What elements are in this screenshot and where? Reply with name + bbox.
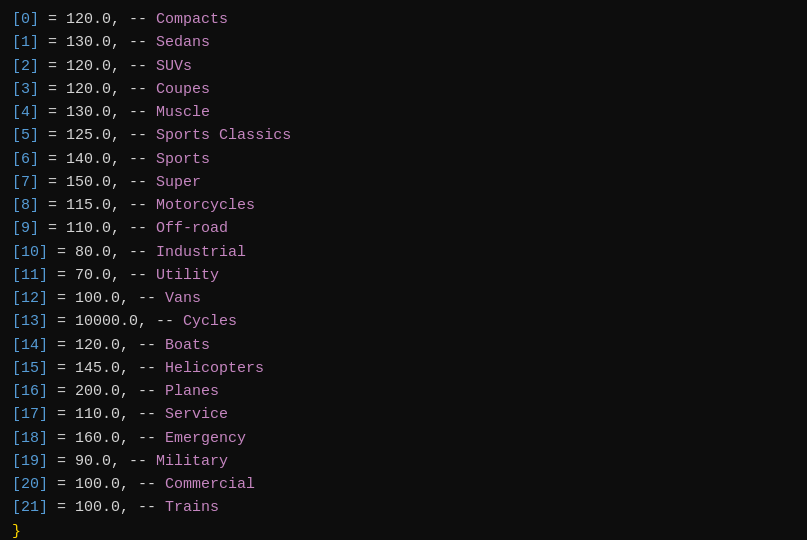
list-item: [20] = 100.0, -- Commercial [12, 473, 795, 496]
list-item: [13] = 10000.0, -- Cycles [12, 310, 795, 333]
list-item: [9] = 110.0, -- Off-road [12, 217, 795, 240]
list-item: [10] = 80.0, -- Industrial [12, 241, 795, 264]
list-item: [18] = 160.0, -- Emergency [12, 427, 795, 450]
list-item: [17] = 110.0, -- Service [12, 403, 795, 426]
bracket-close: ] [30, 101, 39, 124]
bracket-open: [ [12, 78, 21, 101]
list-item: [3] = 120.0, -- Coupes [12, 78, 795, 101]
bracket-close: ] [30, 31, 39, 54]
bracket-close: ] [39, 310, 48, 333]
bracket-open: [ [12, 427, 21, 450]
bracket-close: ] [30, 217, 39, 240]
bracket-open: [ [12, 334, 21, 357]
bracket-close: ] [30, 55, 39, 78]
bracket-open: [ [12, 357, 21, 380]
bracket-close: ] [39, 496, 48, 519]
list-item: [0] = 120.0, -- Compacts [12, 8, 795, 31]
list-item: [12] = 100.0, -- Vans [12, 287, 795, 310]
bracket-close: ] [39, 334, 48, 357]
bracket-open: [ [12, 241, 21, 264]
bracket-close: ] [39, 427, 48, 450]
list-item: [6] = 140.0, -- Sports [12, 148, 795, 171]
bracket-open: [ [12, 194, 21, 217]
list-item: [15] = 145.0, -- Helicopters [12, 357, 795, 380]
bracket-close: ] [30, 171, 39, 194]
closing-brace-line: } [12, 520, 795, 541]
list-item: [4] = 130.0, -- Muscle [12, 101, 795, 124]
bracket-open: [ [12, 217, 21, 240]
list-item: [1] = 130.0, -- Sedans [12, 31, 795, 54]
closing-brace: } [12, 520, 21, 541]
bracket-open: [ [12, 380, 21, 403]
bracket-open: [ [12, 8, 21, 31]
bracket-close: ] [39, 450, 48, 473]
list-item: [16] = 200.0, -- Planes [12, 380, 795, 403]
bracket-close: ] [30, 78, 39, 101]
bracket-close: ] [30, 194, 39, 217]
bracket-close: ] [39, 287, 48, 310]
bracket-open: [ [12, 124, 21, 147]
bracket-open: [ [12, 101, 21, 124]
bracket-open: [ [12, 31, 21, 54]
bracket-open: [ [12, 450, 21, 473]
bracket-close: ] [39, 473, 48, 496]
bracket-close: ] [39, 380, 48, 403]
bracket-open: [ [12, 264, 21, 287]
bracket-open: [ [12, 473, 21, 496]
list-item: [14] = 120.0, -- Boats [12, 334, 795, 357]
bracket-open: [ [12, 287, 21, 310]
list-item: [11] = 70.0, -- Utility [12, 264, 795, 287]
bracket-close: ] [30, 124, 39, 147]
code-block: [0] = 120.0, -- Compacts[1] = 130.0, -- … [12, 8, 795, 540]
bracket-close: ] [39, 357, 48, 380]
bracket-open: [ [12, 148, 21, 171]
bracket-open: [ [12, 55, 21, 78]
list-item: [5] = 125.0, -- Sports Classics [12, 124, 795, 147]
bracket-close: ] [30, 148, 39, 171]
bracket-close: ] [39, 241, 48, 264]
bracket-close: ] [39, 403, 48, 426]
list-item: [21] = 100.0, -- Trains [12, 496, 795, 519]
bracket-open: [ [12, 310, 21, 333]
list-item: [19] = 90.0, -- Military [12, 450, 795, 473]
list-item: [8] = 115.0, -- Motorcycles [12, 194, 795, 217]
bracket-close: ] [39, 264, 48, 287]
list-item: [2] = 120.0, -- SUVs [12, 55, 795, 78]
bracket-open: [ [12, 171, 21, 194]
bracket-open: [ [12, 403, 21, 426]
bracket-open: [ [12, 496, 21, 519]
list-item: [7] = 150.0, -- Super [12, 171, 795, 194]
bracket-close: ] [30, 8, 39, 31]
